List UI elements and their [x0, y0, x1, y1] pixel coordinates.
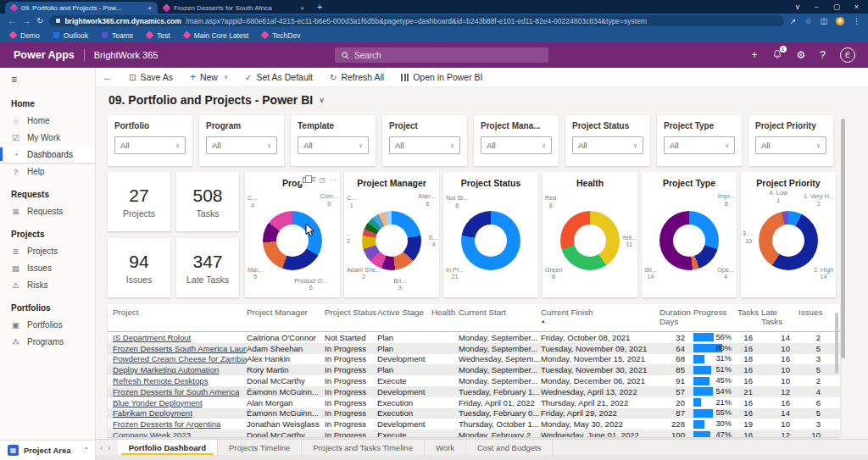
tab-close-icon[interactable]: ×	[300, 4, 304, 12]
reload-icon[interactable]: ↻	[36, 16, 43, 25]
bookmark-star-icon[interactable]: ☆	[804, 17, 811, 25]
hamburger-menu-icon[interactable]: ≡	[0, 68, 95, 89]
area-switcher[interactable]: ▦ Project Area ⌃	[0, 440, 96, 460]
tab-search-icon[interactable]: ∨	[795, 3, 800, 11]
filter-dropdown[interactable]: All∨	[481, 136, 552, 154]
sidebar-item-requests[interactable]: ⊞Requests	[0, 202, 95, 219]
project-link[interactable]: Powdered Cream Cheese for Zambia	[113, 354, 247, 363]
column-header-project-status[interactable]: Project Status	[325, 308, 377, 317]
share-icon[interactable]: ↗	[790, 17, 797, 25]
donut-ring[interactable]	[659, 211, 719, 270]
sidebar-item-risks[interactable]: ⚠Risks	[0, 276, 95, 293]
browser-profile-avatar[interactable]	[836, 17, 844, 25]
filter-dropdown[interactable]: All∨	[206, 136, 277, 154]
column-header-active-stage[interactable]: Active Stage	[377, 308, 431, 317]
project-link[interactable]: IS Department Rolout	[113, 333, 191, 342]
donut-ring[interactable]	[560, 211, 620, 270]
bookmark-item[interactable]: Demo	[10, 31, 40, 40]
add-icon[interactable]: +	[752, 49, 758, 61]
sidebar-item-issues[interactable]: ▤Issues	[0, 259, 95, 276]
project-link[interactable]: Company Week 2023	[113, 430, 191, 437]
project-link[interactable]: Refresh Remote Desktops	[113, 376, 209, 385]
column-header-late-tasks[interactable]: Late Tasks	[761, 308, 798, 327]
power-apps-logo[interactable]: Power Apps	[14, 49, 75, 61]
command-set-as-default[interactable]: ✓Set As Default	[236, 68, 321, 86]
sidebar-item-programs[interactable]: ⁂Programs	[0, 333, 95, 350]
sidebar-item-portfolios[interactable]: ▣Portfolios	[0, 316, 95, 333]
command-open-in-power-bi[interactable]: Open in Power BI	[392, 68, 491, 86]
table-scrollbar[interactable]	[835, 313, 838, 374]
column-header-project-manager[interactable]: Project Manager	[247, 308, 325, 317]
report-tab-work[interactable]: Work	[425, 440, 466, 455]
filter-dropdown[interactable]: All∨	[664, 136, 735, 154]
command-save-as[interactable]: ⊡Save As	[120, 68, 181, 86]
donut-ring[interactable]	[461, 211, 520, 270]
app-name[interactable]: BrightWork 365	[94, 50, 159, 60]
donut-ring[interactable]	[759, 211, 818, 270]
filter-dropdown[interactable]: All∨	[114, 136, 186, 154]
filter-dropdown[interactable]: All∨	[389, 136, 460, 154]
project-link[interactable]: Fabrikam Deployment	[113, 408, 192, 418]
sidebar-item-dashboards[interactable]: ◔Dashboards	[0, 146, 95, 163]
report-tab-projects-timeline[interactable]: Projects Timeline	[218, 440, 302, 455]
report-tab-cost-and-budgets[interactable]: Cost and Budgets	[466, 440, 554, 455]
filter-dropdown[interactable]: All∨	[298, 136, 369, 154]
command-refresh-all[interactable]: ↻Refresh All	[321, 68, 392, 86]
browser-menu-icon[interactable]: ⋮	[853, 17, 860, 25]
column-header-current-finish[interactable]: Current Finish▲	[541, 308, 659, 324]
report-tab-projects-and-tasks-timeline[interactable]: Projects and Tasks Timeline	[302, 440, 425, 455]
tab-groups-icon[interactable]: ◫	[820, 17, 827, 25]
more-options-icon[interactable]: ⋯	[329, 176, 336, 184]
user-avatar[interactable]: É	[840, 47, 855, 63]
dashboard-selector-chevron-icon[interactable]: ∨	[319, 96, 325, 104]
bookmark-item[interactable]: Outlook	[53, 31, 88, 40]
browser-tab[interactable]: Frozen Desserts for South Africa×	[158, 2, 310, 14]
dashboard-scrollbar[interactable]	[841, 119, 845, 358]
sidebar-item-help[interactable]: ?Help	[0, 163, 95, 180]
page-back-icon[interactable]: ←	[103, 72, 112, 82]
tab-close-icon[interactable]: ×	[147, 4, 152, 12]
forward-icon[interactable]: →	[22, 16, 31, 25]
filter-dropdown[interactable]: All∨	[755, 136, 826, 154]
bookmark-item[interactable]: Teams	[102, 31, 133, 40]
column-header-project[interactable]: Project	[113, 308, 247, 317]
project-link[interactable]: Frozen Desserts for South America	[113, 387, 239, 396]
restore-button[interactable]: ▢	[833, 3, 840, 11]
sidebar-item-home[interactable]: ⌂Home	[0, 112, 95, 129]
minimize-button[interactable]: −	[815, 3, 819, 11]
global-search-input[interactable]: Search	[335, 47, 548, 63]
notifications-button[interactable]: 1	[772, 49, 782, 62]
report-tab-portfolio-dashboard[interactable]: Portfolio Dashboard	[118, 440, 218, 455]
back-icon[interactable]: ←	[8, 16, 16, 25]
browser-tab[interactable]: 09. Portfolio and Projects - Pow...×	[5, 2, 158, 14]
project-link[interactable]: Deploy Marketing Automation	[113, 365, 219, 374]
sidebar-item-projects[interactable]: ≣Projects	[0, 242, 95, 259]
sidebar-item-my-work[interactable]: ☑My Work	[0, 129, 95, 146]
next-page-icon[interactable]: ›	[108, 443, 110, 452]
column-header-issues[interactable]: Issues	[798, 308, 829, 317]
column-header-duration-days[interactable]: Duration Days	[659, 308, 693, 327]
donut-ring[interactable]	[263, 211, 322, 270]
settings-gear-icon[interactable]: ⚙	[797, 49, 806, 61]
bookmark-item[interactable]: Main Core Latest	[184, 31, 249, 40]
prev-page-icon[interactable]: ‹	[100, 443, 103, 452]
project-link[interactable]: Frozen Desserts South America Launch	[113, 344, 247, 353]
column-header-current-start[interactable]: Current Start	[459, 308, 541, 317]
close-button[interactable]: ×	[854, 3, 859, 11]
column-header-tasks[interactable]: Tasks	[737, 308, 761, 317]
bookmark-item[interactable]: Test	[147, 31, 170, 40]
column-header-health[interactable]: Health	[431, 308, 459, 317]
filter-dropdown[interactable]: All∨	[572, 136, 643, 154]
command-new[interactable]: +New∨	[181, 68, 236, 86]
project-link[interactable]: Frozen Desserts for Argentina	[113, 419, 220, 429]
new-tab-button[interactable]: +	[317, 2, 322, 12]
bookmark-item[interactable]: TechDev	[262, 31, 300, 40]
donut-card-project-manager: Project ManagerAlan ...6É...4Bri...3Adam…	[344, 172, 439, 297]
address-bar[interactable]: brightwork365.crm.dynamics.com/main.aspx…	[49, 15, 783, 26]
focus-mode-icon[interactable]: ◳	[319, 176, 326, 184]
column-header-progress[interactable]: Progress	[693, 308, 737, 317]
help-icon[interactable]: ?	[820, 49, 826, 61]
donut-ring[interactable]	[362, 211, 421, 270]
project-link[interactable]: Blue Yonder Deployment	[113, 398, 203, 407]
copy-icon[interactable]	[303, 177, 308, 183]
